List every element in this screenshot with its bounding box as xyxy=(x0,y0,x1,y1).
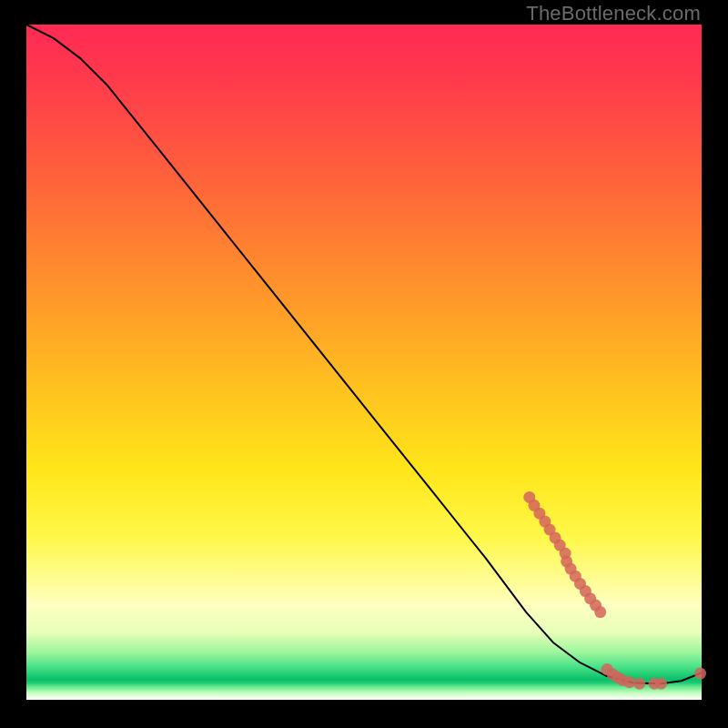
scatter-markers xyxy=(523,491,706,690)
curve-line xyxy=(26,25,702,683)
marker-dot xyxy=(633,678,645,690)
marker-dot xyxy=(623,676,635,688)
chart-frame: TheBottleneck.com xyxy=(0,0,728,728)
marker-dot xyxy=(655,678,667,690)
watermark-text: TheBottleneck.com xyxy=(526,2,701,25)
marker-dot xyxy=(594,606,606,618)
marker-dot xyxy=(694,668,706,680)
curve-path xyxy=(26,25,702,683)
chart-overlay xyxy=(26,25,702,700)
